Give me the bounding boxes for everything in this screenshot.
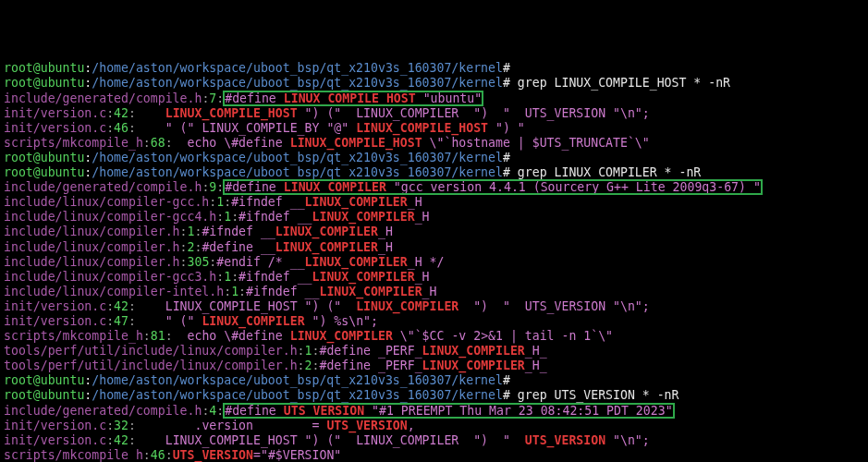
grep-result-line: include/linux/compiler.h:1:#ifndef __LIN… xyxy=(4,225,864,239)
grep-result-line: init/version.c:47: " (" LINUX_COMPILER "… xyxy=(4,314,864,329)
grep-file: init/version.c xyxy=(4,299,106,313)
prompt-hash: # xyxy=(503,388,510,402)
grep-file: include/linux/compiler.h xyxy=(4,225,180,238)
grep-match: LINUX_COMPILER xyxy=(312,210,415,224)
grep-result-line: init/version.c:42: LINUX_COMPILE_HOST ")… xyxy=(4,299,864,314)
grep-result-line: init/version.c:32: .version = UTS_VERSIO… xyxy=(4,419,864,433)
command: grep LINUX_COMPILE_HOST * -nR xyxy=(510,76,730,90)
prompt-user: root@ubuntu xyxy=(4,165,84,179)
grep-lineno: 46 xyxy=(151,448,165,462)
grep-file: scripts/mkcompile_h xyxy=(4,329,143,343)
grep-match: LINUX_COMPILE_HOST xyxy=(284,91,416,105)
grep-lineno: 2 xyxy=(305,359,312,372)
grep-match: LINUX_COMPILER xyxy=(422,359,525,372)
prompt-line[interactable]: root@ubuntu:/home/aston/workspace/uboot_… xyxy=(4,76,864,91)
grep-result-line: include/linux/compiler-intel.h:1:#ifndef… xyxy=(4,285,864,299)
command: grep LINUX_COMPILER * -nR xyxy=(510,165,701,179)
grep-file: scripts/mkcompile_h xyxy=(4,136,143,150)
grep-match: LINUX_COMPILER xyxy=(356,299,458,313)
grep-match: LINUX_COMPILE_HOST xyxy=(356,121,488,135)
command: grep UTS_VERSION * -nR xyxy=(510,388,679,402)
prompt-user: root@ubuntu xyxy=(4,151,84,164)
grep-match: LINUX_COMPILER xyxy=(312,270,415,284)
grep-match: LINUX_COMPILER xyxy=(275,240,378,254)
grep-file: include/generated/compile.h xyxy=(4,180,202,194)
grep-lineno: 305 xyxy=(188,255,210,269)
grep-result-line: scripts/mkcompile_h:81: echo \#define LI… xyxy=(4,329,864,344)
grep-match: LINUX_COMPILER xyxy=(305,195,408,209)
prompt-path: /home/aston/workspace/uboot_bsp/qt_x210v… xyxy=(92,76,503,90)
prompt-user: root@ubuntu xyxy=(4,373,84,387)
grep-lineno: 42 xyxy=(114,433,128,447)
highlighted-match: #define UTS_VERSION "#1 PREEMPT Thu Mar … xyxy=(224,404,673,418)
prompt-line[interactable]: root@ubuntu:/home/aston/workspace/uboot_… xyxy=(4,373,864,388)
prompt-hash: # xyxy=(503,373,510,387)
prompt-line[interactable]: root@ubuntu:/home/aston/workspace/uboot_… xyxy=(4,151,864,165)
prompt-hash: # xyxy=(503,76,510,90)
grep-file: tools/perf/util/include/linux/compiler.h xyxy=(4,344,298,358)
grep-lineno: 1 xyxy=(231,285,238,298)
prompt-line[interactable]: root@ubuntu:/home/aston/workspace/uboot_… xyxy=(4,388,864,403)
grep-lineno: 81 xyxy=(151,329,165,343)
grep-file: include/linux/compiler.h xyxy=(4,255,180,269)
grep-result-line: init/version.c:42: LINUX_COMPILE_HOST ")… xyxy=(4,433,864,448)
prompt-hash: # xyxy=(503,165,510,179)
grep-result-line: init/version.c:46: " (" LINUX_COMPILE_BY… xyxy=(4,121,864,136)
grep-lineno: 1 xyxy=(305,344,312,358)
grep-file: init/version.c xyxy=(4,106,106,120)
prompt-hash: # xyxy=(503,151,510,164)
grep-result-line: tools/perf/util/include/linux/compiler.h… xyxy=(4,359,864,373)
grep-match: LINUX_COMPILER xyxy=(275,225,378,238)
grep-lineno: 46 xyxy=(114,121,128,135)
grep-result-line: include/linux/compiler-gcc3.h:1:#ifndef … xyxy=(4,270,864,285)
grep-result-line: include/generated/compile.h:9:#define LI… xyxy=(4,180,864,195)
grep-match: UTS_VERSION xyxy=(326,419,407,432)
grep-result-line: init/version.c:42: LINUX_COMPILE_HOST ")… xyxy=(4,106,864,121)
grep-match: LINUX_COMPILER xyxy=(319,285,422,298)
terminal-output: root@ubuntu:/home/aston/workspace/uboot_… xyxy=(4,61,864,462)
grep-file: init/version.c xyxy=(4,419,106,432)
grep-match: UTS_VERSION xyxy=(525,433,605,447)
grep-result-line: include/generated/compile.h:7:#define LI… xyxy=(4,91,864,106)
grep-match: UTS_VERSION xyxy=(284,404,364,418)
prompt-path: /home/aston/workspace/uboot_bsp/qt_x210v… xyxy=(92,388,503,402)
prompt-line: root@ubuntu:/home/aston/workspace/uboot_… xyxy=(4,61,864,76)
grep-result-line: include/generated/compile.h:4:#define UT… xyxy=(4,404,864,419)
grep-lineno: 47 xyxy=(114,314,128,328)
grep-file: init/version.c xyxy=(4,121,106,135)
grep-lineno: 68 xyxy=(151,136,165,150)
prompt-user: root@ubuntu xyxy=(4,388,84,402)
grep-file: include/linux/compiler-gcc4.h xyxy=(4,210,216,224)
prompt-path: /home/aston/workspace/uboot_bsp/qt_x210v… xyxy=(92,165,503,179)
grep-result-line: include/linux/compiler-gcc.h:1:#ifndef _… xyxy=(4,195,864,210)
grep-match: LINUX_COMPILER xyxy=(422,344,525,358)
grep-file: include/linux/compiler-gcc3.h xyxy=(4,270,216,284)
grep-lineno: 32 xyxy=(114,419,128,432)
prompt-path: /home/aston/workspace/uboot_bsp/qt_x210v… xyxy=(92,151,503,164)
grep-file: scripts/mkcompile_h xyxy=(4,448,143,462)
grep-lineno: 1 xyxy=(224,270,231,284)
grep-result-line: include/linux/compiler.h:305:#endif /* _… xyxy=(4,255,864,270)
grep-lineno: 42 xyxy=(114,106,128,120)
prompt-user: root@ubuntu xyxy=(4,76,84,90)
prompt-line[interactable]: root@ubuntu:/home/aston/workspace/uboot_… xyxy=(4,165,864,180)
highlighted-match: #define LINUX_COMPILER "gcc version 4.4.… xyxy=(224,180,762,194)
grep-match: LINUX_COMPILER xyxy=(305,255,408,269)
prompt-path: /home/aston/workspace/uboot_bsp/qt_x210v… xyxy=(92,373,503,387)
grep-file: init/version.c xyxy=(4,433,106,447)
grep-match: UTS_VERSION xyxy=(173,448,253,462)
grep-file: include/generated/compile.h xyxy=(4,404,202,418)
grep-match: LINUX_COMPILE_HOST xyxy=(290,136,422,150)
grep-match: LINUX_COMPILER xyxy=(284,180,386,194)
grep-result-line: include/linux/compiler-gcc4.h:1:#ifndef … xyxy=(4,210,864,225)
grep-file: include/linux/compiler-intel.h xyxy=(4,285,224,298)
grep-file: init/version.c xyxy=(4,314,106,328)
grep-result-line: scripts/mkcompile_h:68: echo \#define LI… xyxy=(4,136,864,151)
grep-lineno: 42 xyxy=(114,299,128,313)
grep-file: include/linux/compiler-gcc.h xyxy=(4,195,209,209)
grep-match: LINUX_COMPILE_HOST xyxy=(165,106,298,120)
grep-result-line: tools/perf/util/include/linux/compiler.h… xyxy=(4,344,864,359)
grep-match: LINUX_COMPILER xyxy=(202,314,304,328)
grep-file: tools/perf/util/include/linux/compiler.h xyxy=(4,359,298,372)
grep-file: include/generated/compile.h xyxy=(4,91,202,105)
